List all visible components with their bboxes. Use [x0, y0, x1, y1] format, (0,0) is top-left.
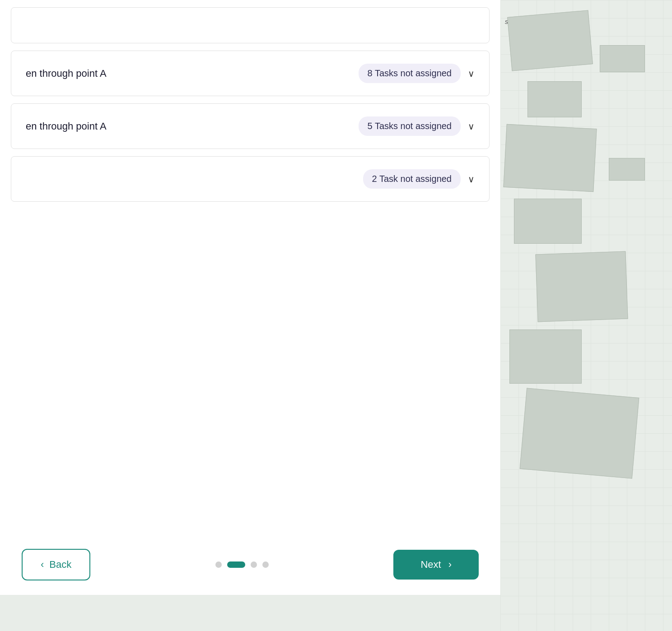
content-area: en through point A 8 Tasks not assigned … — [0, 0, 500, 595]
next-chevron-icon: › — [448, 559, 452, 571]
chevron-down-icon-1[interactable]: ∨ — [468, 68, 475, 79]
route-title-2: en through point A — [26, 121, 107, 132]
map-shape-4 — [514, 199, 582, 244]
badge-container-2: 5 Tasks not assigned ∨ — [359, 116, 475, 136]
pagination-dots — [215, 561, 269, 568]
route-item-3[interactable]: 2 Task not assigned ∨ — [11, 156, 490, 202]
pagination-dot-0 — [215, 561, 222, 568]
right-panel: seterve — [500, 0, 672, 631]
route-title-1: en through point A — [26, 68, 107, 79]
bottom-footer — [0, 595, 500, 631]
route-item-0 — [11, 7, 490, 43]
map-background: seterve — [500, 0, 672, 631]
map-shape-2 — [527, 81, 582, 117]
map-shape-6 — [509, 329, 582, 384]
back-chevron-icon: ‹ — [41, 559, 44, 571]
badge-2: 5 Tasks not assigned — [359, 116, 461, 136]
next-button[interactable]: Next › — [393, 550, 479, 580]
route-item-1[interactable]: en through point A 8 Tasks not assigned … — [11, 51, 490, 96]
map-shape-7 — [520, 388, 639, 478]
route-item-2[interactable]: en through point A 5 Tasks not assigned … — [11, 103, 490, 149]
map-shape-1 — [507, 10, 593, 71]
chevron-down-icon-3[interactable]: ∨ — [468, 174, 475, 185]
pagination-dot-1 — [227, 561, 245, 568]
next-label: Next — [420, 559, 441, 571]
map-shape-3 — [503, 124, 597, 192]
badge-container-3: 2 Task not assigned ∨ — [363, 169, 475, 189]
left-panel: en through point A 8 Tasks not assigned … — [0, 0, 500, 631]
map-shape-5 — [535, 251, 628, 322]
badge-1: 8 Tasks not assigned — [359, 64, 461, 83]
spacer — [0, 205, 500, 534]
back-label: Back — [49, 559, 71, 571]
pagination-dot-3 — [262, 561, 269, 568]
map-shape-8 — [600, 45, 645, 72]
chevron-down-icon-2[interactable]: ∨ — [468, 121, 475, 132]
main-layout: en through point A 8 Tasks not assigned … — [0, 0, 672, 631]
back-button[interactable]: ‹ Back — [22, 549, 90, 580]
map-shape-9 — [609, 158, 645, 181]
badge-3: 2 Task not assigned — [363, 169, 461, 189]
bottom-navigation: ‹ Back Next › — [0, 534, 500, 595]
badge-container-1: 8 Tasks not assigned ∨ — [359, 64, 475, 83]
pagination-dot-2 — [251, 561, 257, 568]
